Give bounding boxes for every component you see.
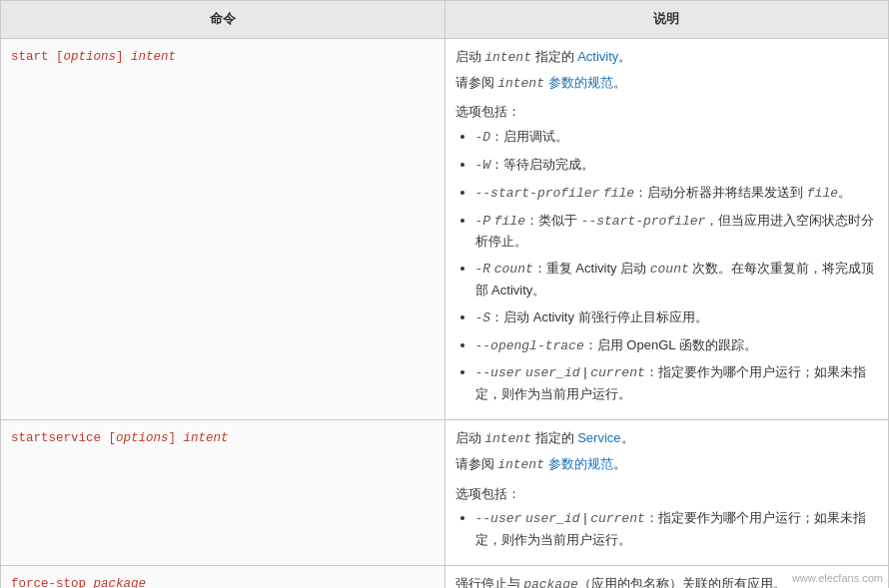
desc-startservice-line2: 请参阅 intent 参数的规范。	[455, 454, 879, 476]
list-item: -R count：重复 Activity 启动 count 次数。在每次重复前，…	[475, 259, 879, 301]
desc-cell-startservice: 启动 intent 指定的 Service。 请参阅 intent 参数的规范。…	[444, 419, 889, 565]
list-item: -P file：类似于 --start-profiler，但当应用进入空闲状态时…	[475, 211, 879, 254]
desc-startservice-line1: 启动 intent 指定的 Service。	[455, 428, 879, 450]
table-row: startservice [options] intent 启动 intent …	[1, 419, 889, 565]
list-item: -D：启用调试。	[475, 127, 879, 149]
intent-params-link2[interactable]: 参数的规范	[548, 456, 613, 471]
intent-params-link[interactable]: 参数的规范	[548, 75, 613, 90]
desc-start-line1: 启动 intent 指定的 Activity。	[455, 47, 879, 69]
list-item: -W：等待启动完成。	[475, 155, 879, 177]
list-item: --opengl-trace：启用 OpenGL 函数的跟踪。	[475, 335, 879, 357]
main-table: 命令 说明 start [options] intent 启动 intent 指…	[0, 0, 889, 588]
cmd-cell-startservice: startservice [options] intent	[1, 419, 445, 565]
options-list-startservice: --user user_id | current：指定要作为哪个用户运行；如果未…	[455, 508, 879, 551]
list-item: --user user_id | current：指定要作为哪个用户运行；如果未…	[475, 362, 879, 405]
options-label-startservice: 选项包括：	[455, 484, 879, 505]
desc-start-line2: 请参阅 intent 参数的规范。	[455, 73, 879, 95]
table-row: force-stop package 强行停止与 package（应用的包名称）…	[1, 565, 889, 588]
col-header-cmd: 命令	[1, 1, 445, 39]
watermark: www.elecfans.com	[792, 572, 883, 584]
cmd-forcestop-text: force-stop package	[11, 577, 146, 588]
options-list-start: -D：启用调试。 -W：等待启动完成。 --start-profiler fil…	[455, 127, 879, 405]
cmd-start-text: start [options] intent	[11, 50, 176, 64]
table-row: start [options] intent 启动 intent 指定的 Act…	[1, 38, 889, 419]
cmd-cell-start: start [options] intent	[1, 38, 445, 419]
list-item: --start-profiler file：启动分析器并将结果发送到 file。	[475, 183, 879, 205]
cmd-cell-forcestop: force-stop package	[1, 565, 445, 588]
options-label-start: 选项包括：	[455, 102, 879, 123]
desc-cell-start: 启动 intent 指定的 Activity。 请参阅 intent 参数的规范…	[444, 38, 889, 419]
list-item: -S：启动 Activity 前强行停止目标应用。	[475, 307, 879, 329]
list-item: --user user_id | current：指定要作为哪个用户运行；如果未…	[475, 508, 879, 551]
col-header-desc: 说明	[444, 1, 889, 39]
cmd-startservice-text: startservice [options] intent	[11, 431, 229, 445]
